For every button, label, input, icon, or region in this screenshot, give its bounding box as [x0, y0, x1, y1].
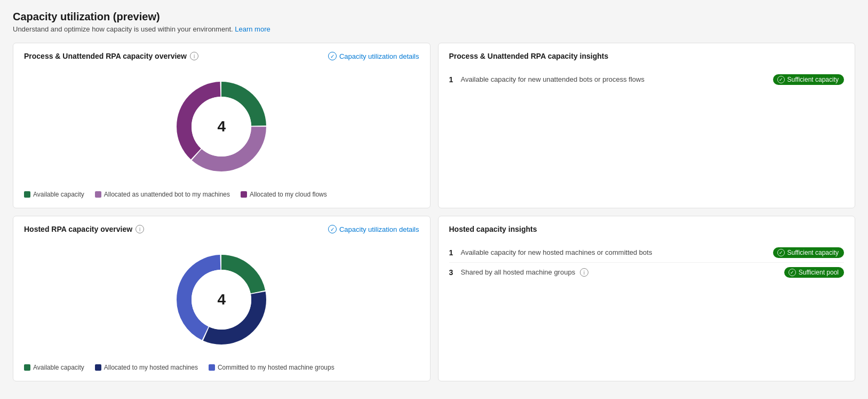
page-header: Capacity utilization (preview) Understan… — [13, 11, 855, 33]
capacity-detail-link-bottom[interactable]: ✓ Capacity utilization details — [328, 225, 419, 233]
insight-left-hosted-2: 3 Shared by all hosted machine groups i — [449, 268, 784, 277]
card-header-bottom-left: Hosted RPA capacity overview i ✓ Capacit… — [24, 225, 419, 233]
legend-dot-lavender — [95, 191, 101, 198]
card-title-group: Process & Unattended RPA capacity overvi… — [24, 52, 198, 60]
process-rpa-overview-card: Process & Unattended RPA capacity overvi… — [13, 43, 431, 208]
donut-center-value-top: 4 — [217, 118, 226, 135]
donut-center-value-bottom: 4 — [217, 291, 226, 308]
hosted-capacity-insights-card: Hosted capacity insights 1 Available cap… — [438, 216, 856, 381]
info-icon-shared-pool[interactable]: i — [580, 268, 588, 277]
legend-dot-blue-hosted — [209, 364, 215, 371]
check-circle-icon-bottom: ✓ — [328, 225, 337, 233]
insight-number-1: 1 — [449, 75, 457, 84]
badge-check-icon-1: ✓ — [777, 76, 785, 83]
capacity-detail-link-top[interactable]: ✓ Capacity utilization details — [328, 52, 419, 60]
sufficient-capacity-badge-hosted-1: ✓ Sufficient capacity — [773, 247, 845, 258]
insight-row-hosted-1: 1 Available capacity for new hosted mach… — [449, 243, 845, 263]
learn-more-link[interactable]: Learn more — [235, 25, 270, 33]
legend-item-available-hosted: Available capacity — [24, 364, 84, 371]
insight-text-1: Available capacity for new unattended bo… — [461, 75, 644, 83]
legend-item-committed-groups: Committed to my hosted machine groups — [209, 364, 335, 371]
legend-dot-navy-hosted — [95, 364, 101, 371]
card-title-group-hosted: Hosted RPA capacity overview i — [24, 225, 144, 233]
legend-dot-green-hosted — [24, 364, 30, 371]
donut-wrapper-bottom: 4 — [168, 246, 275, 353]
legend-dot-green — [24, 191, 30, 198]
insights-title-bottom: Hosted capacity insights — [449, 225, 845, 233]
insights-title-top: Process & Unattended RPA capacity insigh… — [449, 52, 845, 60]
legend-item-unattended: Allocated as unattended bot to my machin… — [95, 191, 230, 198]
check-circle-icon-top: ✓ — [328, 52, 337, 60]
insight-text-hosted-2: Shared by all hosted machine groups i — [461, 268, 588, 277]
legend-dot-dark-purple — [241, 191, 247, 198]
legend-hosted-rpa: Available capacity Allocated to my hoste… — [24, 364, 419, 371]
insight-row-1: 1 Available capacity for new unattended … — [449, 70, 845, 89]
card-title-hosted-rpa: Hosted RPA capacity overview — [24, 225, 132, 233]
badge-check-icon-hosted-2: ✓ — [789, 269, 796, 276]
hosted-rpa-overview-card: Hosted RPA capacity overview i ✓ Capacit… — [13, 216, 431, 381]
donut-chart-process-rpa: 4 — [24, 68, 419, 189]
insight-row-hosted-2: 3 Shared by all hosted machine groups i … — [449, 263, 845, 282]
insight-number-hosted-1: 1 — [449, 248, 457, 257]
insight-text-hosted-1: Available capacity for new hosted machin… — [461, 248, 652, 256]
card-title-process-rpa: Process & Unattended RPA capacity overvi… — [24, 52, 187, 60]
badge-check-icon-hosted-1: ✓ — [777, 249, 785, 256]
sufficient-capacity-badge-1: ✓ Sufficient capacity — [773, 74, 845, 85]
sufficient-pool-badge-hosted-2: ✓ Sufficient pool — [784, 267, 844, 278]
page-title: Capacity utilization (preview) — [13, 11, 855, 23]
legend-process-rpa: Available capacity Allocated as unattend… — [24, 191, 419, 198]
info-icon-hosted-rpa[interactable]: i — [136, 225, 144, 233]
page-subtitle: Understand and optimize how capacity is … — [13, 25, 855, 33]
donut-chart-hosted-rpa: 4 — [24, 241, 419, 362]
insight-left-hosted-1: 1 Available capacity for new hosted mach… — [449, 248, 773, 257]
donut-wrapper-top: 4 — [168, 73, 275, 180]
legend-item-available: Available capacity — [24, 191, 84, 198]
info-icon-process-rpa[interactable]: i — [190, 52, 198, 60]
main-grid: Process & Unattended RPA capacity overvi… — [13, 43, 855, 381]
insight-number-hosted-2: 3 — [449, 268, 457, 277]
legend-item-cloud-flows: Allocated to my cloud flows — [241, 191, 327, 198]
insight-left-1: 1 Available capacity for new unattended … — [449, 75, 773, 84]
process-rpa-insights-card: Process & Unattended RPA capacity insigh… — [438, 43, 856, 208]
legend-item-hosted-machines: Allocated to my hosted machines — [95, 364, 198, 371]
card-header-top-left: Process & Unattended RPA capacity overvi… — [24, 52, 419, 60]
